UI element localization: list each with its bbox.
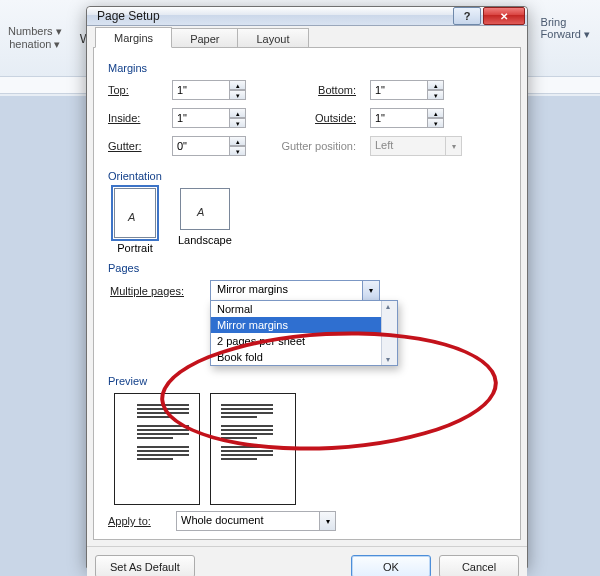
preview-label: Preview [108, 375, 506, 387]
preview-area [114, 393, 506, 505]
outside-label: Outside: [270, 112, 364, 124]
outside-spinner[interactable]: ▴▾ [370, 108, 462, 128]
bottom-spinner[interactable]: ▴▾ [370, 80, 462, 100]
inside-spinner[interactable]: ▴▾ [172, 108, 264, 128]
help-button[interactable] [453, 7, 481, 25]
tab-layout[interactable]: Layout [237, 28, 308, 48]
dropdown-option-mirror[interactable]: Mirror margins [211, 317, 397, 333]
orientation-portrait[interactable]: A Portrait [114, 188, 156, 254]
gutterpos-label: Gutter position: [270, 140, 364, 152]
top-input[interactable] [172, 80, 230, 100]
multiple-pages-dropdown: Normal Mirror margins 2 pages per sheet … [210, 300, 398, 366]
multiple-pages-value: Mirror margins [211, 281, 362, 300]
page-setup-dialog: Page Setup Margins Paper Layout Margins … [86, 6, 528, 568]
svg-text:A: A [196, 206, 204, 218]
orientation-landscape[interactable]: A Landscape [178, 188, 232, 254]
chevron-down-icon[interactable]: ▾ [320, 511, 336, 531]
titlebar: Page Setup [87, 7, 527, 26]
multiple-pages-combo[interactable]: Mirror margins ▾ Normal Mirror margins 2… [210, 280, 380, 301]
spin-up-icon[interactable]: ▴ [230, 80, 246, 90]
top-label: Top: [108, 84, 166, 96]
ribbon-bring-forward: Bring Forward ▾ [541, 16, 590, 41]
set-as-default-button[interactable]: Set As Default [95, 555, 195, 576]
inside-label: Inside: [108, 112, 166, 124]
tabstrip: Margins Paper Layout [87, 26, 527, 47]
dropdown-option-bookfold[interactable]: Book fold [211, 349, 397, 365]
spin-down-icon[interactable]: ▾ [230, 90, 246, 100]
dialog-footer: Set As Default OK Cancel [87, 546, 527, 576]
chevron-down-icon[interactable]: ▾ [362, 281, 379, 300]
apply-to-label: Apply to: [108, 515, 168, 527]
orientation-label: Orientation [108, 170, 506, 182]
margins-label: Margins [108, 62, 506, 74]
dropdown-scrollbar[interactable] [381, 301, 397, 365]
dropdown-option-normal[interactable]: Normal [211, 301, 397, 317]
apply-to-select[interactable]: Whole document ▾ [176, 511, 336, 531]
dialog-title: Page Setup [97, 9, 451, 23]
bottom-label: Bottom: [270, 84, 364, 96]
orientation-group: A Portrait A Landscape [114, 188, 506, 254]
pages-label: Pages [108, 262, 506, 274]
chevron-down-icon: ▾ [446, 136, 462, 156]
svg-text:A: A [127, 211, 135, 223]
gutter-label: Gutter: [108, 140, 166, 152]
close-button[interactable] [483, 7, 525, 25]
gutter-spinner[interactable]: ▴▾ [172, 136, 264, 156]
margins-grid: Top: ▴▾ Bottom: ▴▾ Inside: ▴▾ Outside: ▴… [108, 80, 506, 156]
cancel-button[interactable]: Cancel [439, 555, 519, 576]
multiple-pages-label: Multiple pages: [110, 285, 200, 297]
gutterpos-select: Left ▾ [370, 136, 462, 156]
top-spinner[interactable]: ▴▾ [172, 80, 264, 100]
portrait-icon: A [114, 188, 156, 238]
tab-margins[interactable]: Margins [95, 27, 172, 48]
tab-body: Margins Top: ▴▾ Bottom: ▴▾ Inside: ▴▾ Ou… [93, 47, 521, 540]
preview-page-left [114, 393, 200, 505]
preview-page-right [210, 393, 296, 505]
landscape-icon: A [180, 188, 230, 230]
tab-paper[interactable]: Paper [171, 28, 238, 48]
ok-button[interactable]: OK [351, 555, 431, 576]
bottom-input[interactable] [370, 80, 428, 100]
dropdown-option-2pages[interactable]: 2 pages per sheet [211, 333, 397, 349]
